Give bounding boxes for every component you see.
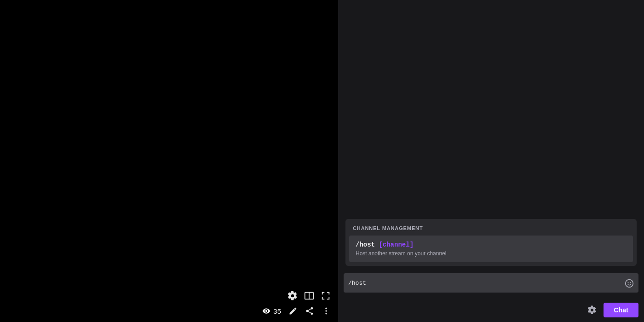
chat-panel: CHANNEL MANAGEMENT /host [channel] Host … bbox=[338, 0, 644, 322]
svg-point-2 bbox=[325, 308, 327, 309]
emoji-picker-icon[interactable] bbox=[625, 278, 634, 288]
theater-mode-icon[interactable] bbox=[304, 291, 314, 301]
chat-input-row bbox=[344, 273, 638, 293]
command-description: Host another stream on your channel bbox=[356, 250, 627, 257]
video-controls: 35 bbox=[0, 285, 338, 322]
video-panel: 35 bbox=[0, 0, 338, 322]
svg-point-7 bbox=[630, 282, 631, 283]
svg-point-4 bbox=[325, 313, 327, 314]
command-name: /host [channel] bbox=[356, 241, 627, 248]
edit-icon[interactable] bbox=[288, 306, 298, 316]
svg-point-3 bbox=[325, 310, 327, 311]
video-settings-icon[interactable] bbox=[288, 291, 298, 301]
svg-point-5 bbox=[626, 279, 633, 287]
fullscreen-icon[interactable] bbox=[321, 291, 331, 301]
chat-input-area bbox=[338, 270, 644, 298]
svg-point-6 bbox=[628, 282, 629, 283]
more-options-icon[interactable] bbox=[322, 306, 331, 316]
chat-settings-icon[interactable] bbox=[585, 303, 599, 317]
chat-input[interactable] bbox=[348, 280, 621, 287]
channel-management-header: CHANNEL MANAGEMENT bbox=[345, 219, 637, 236]
chat-bottom-bar: Chat bbox=[338, 298, 644, 322]
command-suggestion-host[interactable]: /host [channel] Host another stream on y… bbox=[349, 236, 633, 262]
chat-area: CHANNEL MANAGEMENT /host [channel] Host … bbox=[338, 0, 644, 270]
viewer-count: 35 bbox=[262, 307, 281, 315]
chat-send-button[interactable]: Chat bbox=[604, 303, 638, 317]
share-icon[interactable] bbox=[305, 306, 314, 316]
eye-icon bbox=[262, 307, 270, 315]
channel-management-popup: CHANNEL MANAGEMENT /host [channel] Host … bbox=[345, 219, 637, 266]
